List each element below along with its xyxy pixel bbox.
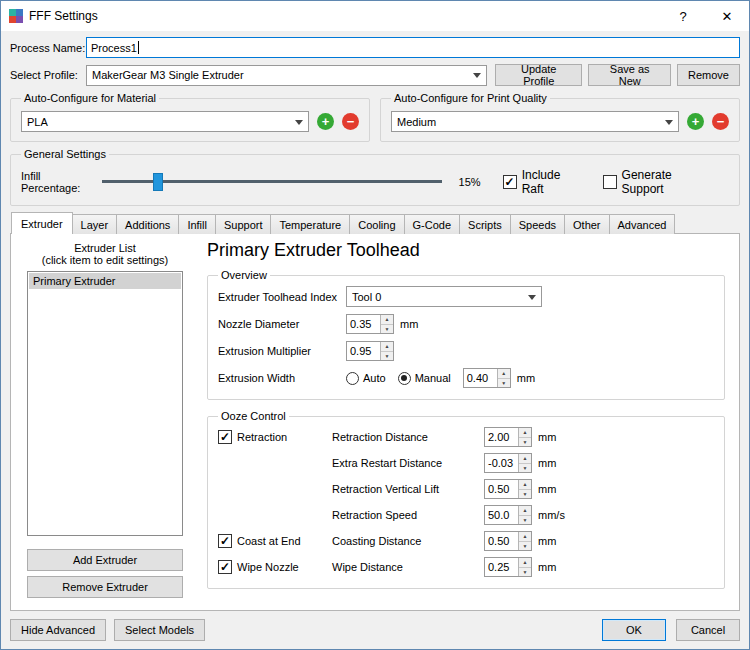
extrusion-width-value[interactable]: 0.40	[464, 369, 497, 387]
include-raft-label: Include Raft	[522, 168, 573, 196]
remove-extruder-button[interactable]: Remove Extruder	[27, 576, 183, 598]
tab-other[interactable]: Other	[564, 214, 610, 234]
spinner-buttons[interactable]	[518, 480, 531, 498]
generate-support-checkbox[interactable]	[603, 175, 617, 189]
tab-scripts[interactable]: Scripts	[459, 214, 511, 234]
remove-material-button[interactable]: −	[342, 113, 359, 130]
include-raft-checkbox[interactable]	[503, 175, 517, 189]
retraction-checkbox[interactable]	[218, 430, 232, 444]
add-extruder-button[interactable]: Add Extruder	[27, 549, 183, 571]
spin-down-icon[interactable]	[381, 352, 393, 361]
spin-up-icon[interactable]	[381, 342, 393, 352]
tab-layer[interactable]: Layer	[72, 214, 118, 234]
spin-up-icon[interactable]	[381, 315, 393, 325]
extrusion-width-input[interactable]: 0.40	[463, 368, 511, 388]
wipe-distance-input[interactable]: 0.25	[484, 557, 532, 577]
profile-select[interactable]: MakerGear M3 Single Extruder	[86, 65, 487, 86]
spin-down-icon[interactable]	[519, 568, 531, 577]
spin-up-icon[interactable]	[519, 532, 531, 542]
general-settings-title: General Settings	[21, 148, 109, 160]
extrusion-width-auto-radio[interactable]	[346, 372, 359, 385]
chevron-down-icon[interactable]	[525, 290, 539, 304]
chevron-down-icon[interactable]	[662, 115, 676, 129]
retraction-vertical-lift-value[interactable]: 0.50	[485, 480, 518, 498]
spin-down-icon[interactable]	[381, 325, 393, 334]
add-quality-button[interactable]: +	[687, 113, 704, 130]
retraction-distance-value[interactable]: 2.00	[485, 428, 518, 446]
tab-speeds[interactable]: Speeds	[510, 214, 565, 234]
spin-down-icon[interactable]	[519, 438, 531, 447]
spin-down-icon[interactable]	[519, 516, 531, 525]
cancel-button[interactable]: Cancel	[676, 619, 740, 641]
quality-group: Auto-Configure for Print Quality Medium …	[380, 92, 740, 142]
ok-button[interactable]: OK	[602, 619, 666, 641]
toolhead-index-select[interactable]: Tool 0	[346, 286, 542, 307]
dialog-body: Process Name: Process1 Select Profile: M…	[1, 31, 749, 649]
coast-at-end-checkbox[interactable]	[218, 534, 232, 548]
spin-down-icon[interactable]	[519, 464, 531, 473]
coasting-distance-value[interactable]: 0.50	[485, 532, 518, 550]
spinner-buttons[interactable]	[518, 558, 531, 576]
tab-extruder[interactable]: Extruder	[11, 212, 73, 234]
material-select[interactable]: PLA	[21, 111, 309, 132]
wipe-distance-value[interactable]: 0.25	[485, 558, 518, 576]
remove-quality-button[interactable]: −	[712, 113, 729, 130]
extra-restart-distance-input[interactable]: -0.03	[484, 453, 532, 473]
extrusion-multiplier-input[interactable]: 0.95	[346, 341, 394, 361]
spin-up-icon[interactable]	[519, 506, 531, 516]
spinner-buttons[interactable]	[380, 342, 393, 360]
remove-profile-button[interactable]: Remove	[677, 64, 740, 86]
spin-up-icon[interactable]	[519, 454, 531, 464]
tab-additions[interactable]: Additions	[116, 214, 179, 234]
chevron-down-icon[interactable]	[470, 68, 484, 82]
spinner-buttons[interactable]	[518, 428, 531, 446]
quality-select[interactable]: Medium	[391, 111, 679, 132]
spinner-buttons[interactable]	[518, 532, 531, 550]
wipe-nozzle-checkbox[interactable]	[218, 560, 232, 574]
spin-down-icon[interactable]	[519, 490, 531, 499]
extruder-list[interactable]: Primary Extruder	[27, 271, 183, 536]
retraction-vertical-lift-input[interactable]: 0.50	[484, 479, 532, 499]
nozzle-diameter-input[interactable]: 0.35	[346, 314, 394, 334]
spinner-buttons[interactable]	[518, 506, 531, 524]
spin-up-icon[interactable]	[519, 558, 531, 568]
profile-selected-value: MakerGear M3 Single Extruder	[92, 69, 470, 81]
save-as-new-button[interactable]: Save as New	[588, 64, 671, 86]
update-profile-button[interactable]: Update Profile	[495, 64, 582, 86]
tab-support[interactable]: Support	[215, 214, 272, 234]
spin-down-icon[interactable]	[498, 379, 510, 388]
retraction-distance-input[interactable]: 2.00	[484, 427, 532, 447]
extrusion-width-manual-radio[interactable]	[398, 372, 411, 385]
spin-up-icon[interactable]	[519, 480, 531, 490]
tab-gcode[interactable]: G-Code	[404, 214, 461, 234]
spinner-buttons[interactable]	[497, 369, 510, 387]
chevron-down-icon[interactable]	[292, 115, 306, 129]
hide-advanced-button[interactable]: Hide Advanced	[10, 619, 106, 641]
retraction-speed-value[interactable]: 50.0	[485, 506, 518, 524]
process-name-input[interactable]: Process1	[86, 37, 740, 58]
spin-up-icon[interactable]	[519, 428, 531, 438]
slider-handle[interactable]	[153, 173, 163, 191]
tab-cooling[interactable]: Cooling	[349, 214, 404, 234]
spinner-buttons[interactable]	[380, 315, 393, 333]
spinner-buttons[interactable]	[518, 454, 531, 472]
nozzle-diameter-value[interactable]: 0.35	[347, 315, 380, 333]
infill-slider[interactable]	[102, 172, 442, 192]
add-material-button[interactable]: +	[317, 113, 334, 130]
retraction-speed-input[interactable]: 50.0	[484, 505, 532, 525]
list-item-primary-extruder[interactable]: Primary Extruder	[29, 273, 181, 289]
retraction-speed-unit: mm/s	[538, 509, 565, 521]
select-models-button[interactable]: Select Models	[114, 619, 205, 641]
coasting-distance-input[interactable]: 0.50	[484, 531, 532, 551]
close-button[interactable]: ✕	[705, 1, 749, 31]
titlebar[interactable]: FFF Settings ? ✕	[1, 1, 749, 31]
tab-advanced[interactable]: Advanced	[609, 214, 676, 234]
help-button[interactable]: ?	[661, 1, 705, 31]
tab-temperature[interactable]: Temperature	[270, 214, 350, 234]
spin-down-icon[interactable]	[519, 542, 531, 551]
nozzle-diameter-row: Nozzle Diameter 0.35 mm	[218, 314, 714, 334]
spin-up-icon[interactable]	[498, 369, 510, 379]
tab-infill[interactable]: Infill	[178, 214, 216, 234]
extra-restart-distance-value[interactable]: -0.03	[485, 454, 518, 472]
extrusion-multiplier-value[interactable]: 0.95	[347, 342, 380, 360]
